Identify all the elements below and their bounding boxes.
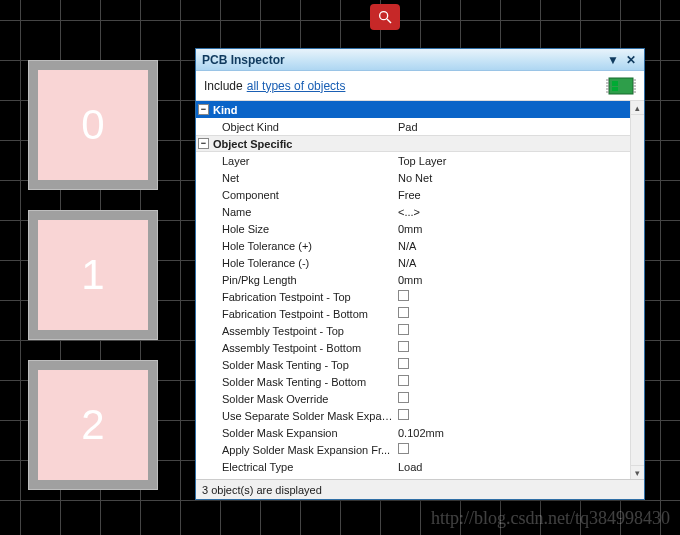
prop-row-use-sep-sm[interactable]: Use Separate Solder Mask Expan... <box>196 407 630 424</box>
prop-label: Hole Tolerance (-) <box>196 257 396 269</box>
prop-label: Use Separate Solder Mask Expan... <box>196 410 396 422</box>
prop-value[interactable]: N/A <box>396 257 630 269</box>
prop-row-component[interactable]: ComponentFree <box>196 186 630 203</box>
prop-value[interactable] <box>396 443 630 456</box>
scrollbar[interactable]: ▴ ▾ <box>630 101 644 479</box>
prop-label: Solder Mask Override <box>196 393 396 405</box>
prop-label: Solder Mask Expansion <box>196 427 396 439</box>
checkbox[interactable] <box>398 307 409 318</box>
prop-row-elec-type[interactable]: Electrical TypeLoad <box>196 458 630 475</box>
prop-value[interactable]: Top Layer <box>396 155 630 167</box>
prop-row-hole-size[interactable]: Hole Size0mm <box>196 220 630 237</box>
property-grid: − Kind Object Kind Pad − Object Specific… <box>196 101 644 479</box>
prop-label: Component <box>196 189 396 201</box>
scroll-up-icon[interactable]: ▴ <box>631 101 644 115</box>
prop-value[interactable] <box>396 375 630 388</box>
include-link[interactable]: all types of objects <box>247 79 346 93</box>
status-text: 3 object(s) are displayed <box>202 484 322 496</box>
checkbox[interactable] <box>398 358 409 369</box>
prop-row-asm-tp-bot[interactable]: Assembly Testpoint - Bottom <box>196 339 630 356</box>
prop-row-sm-override[interactable]: Solder Mask Override <box>196 390 630 407</box>
prop-row-object-kind[interactable]: Object Kind Pad <box>196 118 630 135</box>
prop-value[interactable]: 0.102mm <box>396 427 630 439</box>
group-title: Object Specific <box>213 138 292 150</box>
prop-label: Fabrication Testpoint - Bottom <box>196 308 396 320</box>
prop-row-hole-tol-minus[interactable]: Hole Tolerance (-)N/A <box>196 254 630 271</box>
prop-label: Assembly Testpoint - Top <box>196 325 396 337</box>
prop-label: Assembly Testpoint - Bottom <box>196 342 396 354</box>
statusbar: 3 object(s) are displayed <box>196 479 644 499</box>
prop-label: Fabrication Testpoint - Top <box>196 291 396 303</box>
prop-value[interactable] <box>396 392 630 405</box>
prop-value[interactable]: <...> <box>396 206 630 218</box>
titlebar[interactable]: PCB Inspector ▼ ✕ <box>196 49 644 71</box>
prop-value[interactable]: Pad <box>396 121 630 133</box>
pcb-pad-0[interactable]: 0 <box>28 60 158 190</box>
checkbox[interactable] <box>398 443 409 454</box>
pad-label: 1 <box>38 220 148 330</box>
prop-row-layer[interactable]: LayerTop Layer <box>196 152 630 169</box>
prop-row-sm-exp[interactable]: Solder Mask Expansion0.102mm <box>196 424 630 441</box>
close-button[interactable]: ✕ <box>624 53 638 67</box>
prop-row-apply-sm[interactable]: Apply Solder Mask Expansion Fr... <box>196 441 630 458</box>
checkbox[interactable] <box>398 341 409 352</box>
prop-label: Solder Mask Tenting - Bottom <box>196 376 396 388</box>
svg-line-1 <box>387 19 391 23</box>
prop-label: Hole Tolerance (+) <box>196 240 396 252</box>
watermark: http://blog.csdn.net/tq384998430 <box>431 508 670 529</box>
svg-rect-3 <box>612 81 618 86</box>
minimize-button[interactable]: ▼ <box>606 53 620 67</box>
prop-row-smt-top[interactable]: Solder Mask Tenting - Top <box>196 356 630 373</box>
checkbox[interactable] <box>398 409 409 420</box>
search-button[interactable] <box>370 4 400 30</box>
prop-value[interactable]: No Net <box>396 172 630 184</box>
prop-value[interactable]: 0mm <box>396 274 630 286</box>
panel-title: PCB Inspector <box>202 53 602 67</box>
prop-label: Net <box>196 172 396 184</box>
prop-value[interactable]: N/A <box>396 240 630 252</box>
checkbox[interactable] <box>398 375 409 386</box>
prop-label: Name <box>196 206 396 218</box>
prop-value[interactable] <box>396 409 630 422</box>
prop-label: Layer <box>196 155 396 167</box>
chip-icon <box>606 75 636 97</box>
prop-value[interactable]: Load <box>396 461 630 473</box>
prop-value[interactable] <box>396 290 630 303</box>
collapse-icon[interactable]: − <box>198 138 209 149</box>
prop-row-net[interactable]: NetNo Net <box>196 169 630 186</box>
prop-label: Object Kind <box>196 121 396 133</box>
include-filter-row: Include all types of objects <box>196 71 644 101</box>
pcb-inspector-panel: PCB Inspector ▼ ✕ Include all types of o… <box>195 48 645 500</box>
prop-value[interactable] <box>396 341 630 354</box>
prop-value[interactable] <box>396 358 630 371</box>
checkbox[interactable] <box>398 392 409 403</box>
svg-rect-4 <box>612 87 618 91</box>
prop-row-asm-tp-top[interactable]: Assembly Testpoint - Top <box>196 322 630 339</box>
prop-row-hole-tol-plus[interactable]: Hole Tolerance (+)N/A <box>196 237 630 254</box>
prop-row-smt-bot[interactable]: Solder Mask Tenting - Bottom <box>196 373 630 390</box>
group-header-object-specific[interactable]: − Object Specific <box>196 135 630 152</box>
pcb-pad-2[interactable]: 2 <box>28 360 158 490</box>
prop-label: Hole Size <box>196 223 396 235</box>
prop-label: Apply Solder Mask Expansion Fr... <box>196 444 396 456</box>
prop-row-name[interactable]: Name<...> <box>196 203 630 220</box>
pad-label: 2 <box>38 370 148 480</box>
collapse-icon[interactable]: − <box>198 104 209 115</box>
pad-label: 0 <box>38 70 148 180</box>
prop-value[interactable]: 0mm <box>396 223 630 235</box>
prop-row-fab-tp-top[interactable]: Fabrication Testpoint - Top <box>196 288 630 305</box>
prop-label: Solder Mask Tenting - Top <box>196 359 396 371</box>
checkbox[interactable] <box>398 324 409 335</box>
prop-row-pinpkg[interactable]: Pin/Pkg Length0mm <box>196 271 630 288</box>
pcb-pad-1[interactable]: 1 <box>28 210 158 340</box>
checkbox[interactable] <box>398 290 409 301</box>
group-title: Kind <box>213 104 237 116</box>
include-label: Include <box>204 79 243 93</box>
scroll-down-icon[interactable]: ▾ <box>631 465 644 479</box>
svg-point-0 <box>380 12 388 20</box>
prop-value[interactable]: Free <box>396 189 630 201</box>
prop-row-fab-tp-bot[interactable]: Fabrication Testpoint - Bottom <box>196 305 630 322</box>
group-header-kind[interactable]: − Kind <box>196 101 630 118</box>
prop-value[interactable] <box>396 324 630 337</box>
prop-value[interactable] <box>396 307 630 320</box>
